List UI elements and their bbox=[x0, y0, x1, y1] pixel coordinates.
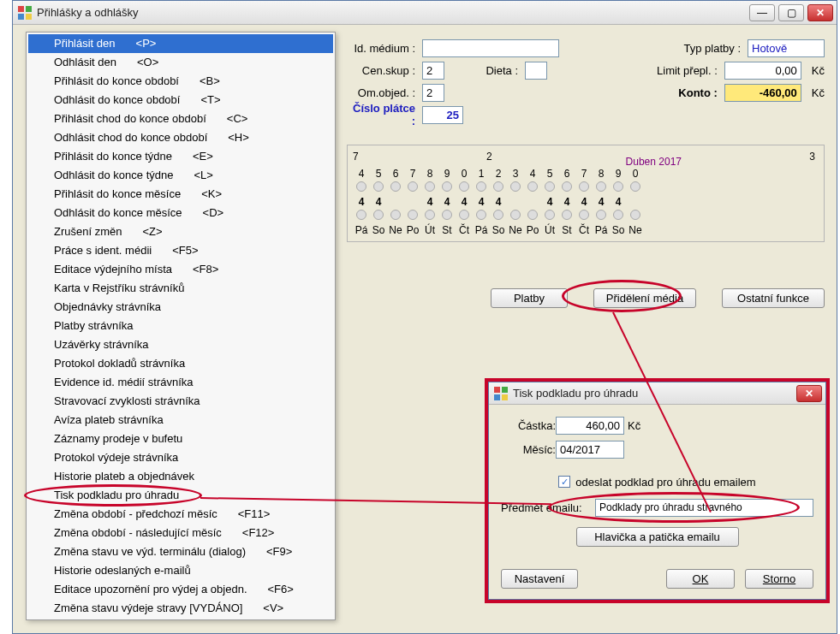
svg-rect-0 bbox=[18, 6, 24, 12]
cal-status-dot bbox=[575, 181, 593, 194]
konto-label: Konto : bbox=[649, 86, 718, 99]
menu-item[interactable]: Protokol dokladů strávníka bbox=[28, 354, 333, 373]
menu-item-shortcut: <V> bbox=[263, 601, 283, 616]
menu-item[interactable]: Historie plateb a objednávek bbox=[28, 467, 333, 486]
menu-item[interactable]: Změna stavu ve výd. terminálu (dialog)<F… bbox=[28, 542, 333, 561]
ostatni-funkce-button[interactable]: Ostatní funkce bbox=[722, 288, 825, 308]
cal-cell: 4 bbox=[353, 168, 370, 180]
cen-skup-input[interactable]: 2 bbox=[422, 62, 444, 80]
menu-item-label: Historie plateb a objednávek bbox=[54, 469, 194, 484]
menu-item[interactable]: Přihlásit chod do konce období<C> bbox=[28, 110, 333, 128]
cal-weekday-row: PáSoNePoÚtStČtPáSoNePoÚtStČtPáSoNe bbox=[353, 224, 819, 236]
close-button[interactable]: ✕ bbox=[807, 4, 833, 21]
menu-item[interactable]: Změna období - následující měsíc<F12> bbox=[28, 524, 333, 542]
cal-status-dot bbox=[370, 210, 387, 222]
button-row: Platby Přidělení média Ostatní funkce bbox=[347, 288, 825, 308]
id-medium-input[interactable] bbox=[422, 39, 559, 57]
mesic-input[interactable]: 04/2017 bbox=[556, 441, 624, 459]
menu-item[interactable]: Karta v Rejstříku strávníků bbox=[28, 279, 333, 298]
cal-cell: 2 bbox=[490, 168, 507, 180]
cal-status-dot bbox=[575, 210, 593, 222]
menu-item[interactable]: Editace upozornění pro výdej a objedn.<F… bbox=[28, 580, 333, 599]
menu-item[interactable]: Přihlásit do konce období<B> bbox=[28, 72, 333, 91]
cal-cell: Čt bbox=[456, 224, 473, 236]
menu-item[interactable]: Tisk podkladu pro úhradu bbox=[28, 486, 333, 505]
dialog-title: Tisk podkladu pro úhradu bbox=[513, 387, 638, 400]
menu-item[interactable]: Práce s ident. médii<F5> bbox=[28, 241, 333, 260]
predmet-label: Předmět emailu: bbox=[501, 501, 595, 514]
castka-input[interactable]: 460,00 bbox=[556, 417, 624, 435]
dieta-input[interactable] bbox=[525, 62, 547, 80]
om-objed-input[interactable]: 2 bbox=[422, 84, 444, 102]
menu-item[interactable]: Přihlásit do konce měsíce<K> bbox=[28, 185, 333, 204]
menu-item[interactable]: Záznamy prodeje v bufetu bbox=[28, 430, 333, 448]
dialog-close-button[interactable]: ✕ bbox=[796, 385, 822, 402]
menu-item[interactable]: Protokol výdeje strávníka bbox=[28, 448, 333, 467]
minimize-button[interactable]: — bbox=[749, 4, 775, 21]
menu-item[interactable]: Uzávěrky strávníka bbox=[28, 335, 333, 354]
menu-item[interactable]: Evidence id. médií strávníka bbox=[28, 373, 333, 392]
cal-cell: 8 bbox=[593, 168, 610, 180]
cal-cell: 4 bbox=[490, 196, 507, 208]
storno-button[interactable]: Storno bbox=[745, 569, 813, 589]
menu-item-shortcut: <H> bbox=[228, 130, 249, 145]
cal-cell: Po bbox=[404, 224, 421, 236]
menu-item-label: Přihlásit do konce měsíce bbox=[54, 187, 181, 202]
predmet-input[interactable]: Podklady pro úhradu stravného bbox=[595, 499, 813, 517]
cal-cell: 4 bbox=[438, 196, 456, 208]
typ-platby-value[interactable]: Hotově bbox=[748, 39, 825, 57]
hlavicka-button[interactable]: Hlavička a patička emailu bbox=[576, 527, 739, 547]
menu-item-label: Protokol dokladů strávníka bbox=[54, 356, 185, 371]
menu-item[interactable]: Změna období - předchozí měsíc<F11> bbox=[28, 505, 333, 524]
prideleni-media-button[interactable]: Přidělení média bbox=[593, 288, 696, 308]
cal-cell: 7 bbox=[575, 168, 593, 180]
menu-item[interactable]: Stravovací zvyklosti strávníka bbox=[28, 392, 333, 411]
menu-item-label: Protokol výdeje strávníka bbox=[54, 450, 178, 465]
menu-item[interactable]: Odhlásit do konce období<T> bbox=[28, 91, 333, 110]
cen-skup-label: Cen.skup : bbox=[347, 64, 415, 77]
ok-button[interactable]: OK bbox=[666, 569, 735, 589]
cal-cell: 9 bbox=[438, 168, 456, 180]
menu-item[interactable]: Odhlásit chod do konce období<H> bbox=[28, 128, 333, 147]
cal-status-dot bbox=[404, 210, 421, 222]
cal-cell: Ne bbox=[387, 224, 404, 236]
menu-item-label: Zrušení změn bbox=[54, 224, 122, 240]
maximize-button[interactable]: ▢ bbox=[778, 4, 804, 21]
send-email-checkbox[interactable]: ✓ bbox=[558, 476, 570, 488]
limit-input[interactable]: 0,00 bbox=[724, 62, 801, 80]
menu-item-label: Změna stavu výdeje stravy [VYDÁNO] bbox=[54, 601, 242, 616]
menu-item[interactable]: Editace výdejního místa<F8> bbox=[28, 260, 333, 279]
menu-item-label: Historie odeslaných e-mailů bbox=[54, 563, 191, 578]
menu-item-shortcut: <C> bbox=[227, 111, 248, 127]
menu-item-shortcut: <F11> bbox=[238, 507, 271, 522]
cal-cell: 3 bbox=[507, 168, 524, 180]
svg-rect-1 bbox=[26, 6, 32, 12]
nastaveni-button[interactable]: Nastavení bbox=[501, 569, 578, 589]
cislo-platce-value[interactable]: 25 bbox=[422, 106, 463, 124]
cal-cell: Pá bbox=[473, 224, 490, 236]
menu-item[interactable]: Odhlásit do konce týdne<L> bbox=[28, 166, 333, 185]
cal-cell: 9 bbox=[610, 168, 627, 180]
menu-item[interactable]: Odhlásit do konce měsíce<D> bbox=[28, 204, 333, 222]
menu-item[interactable]: Přihlásit den<P> bbox=[28, 34, 333, 53]
menu-item[interactable]: Přihlásit do konce týdne<E> bbox=[28, 147, 333, 166]
menu-item[interactable]: Zrušení změn<Z> bbox=[28, 222, 333, 241]
cal-cell: 5 bbox=[370, 168, 387, 180]
menu-item[interactable]: Avíza plateb strávníka bbox=[28, 411, 333, 430]
typ-platby-label: Typ platby : bbox=[672, 42, 741, 55]
cal-cell: 4 bbox=[421, 196, 438, 208]
menu-item[interactable]: Historie odeslaných e-mailů bbox=[28, 561, 333, 580]
platby-button[interactable]: Platby bbox=[491, 288, 568, 308]
cal-status-dot bbox=[627, 210, 644, 222]
cal-cell: So bbox=[370, 224, 387, 236]
menu-item[interactable]: Objednávky strávníka bbox=[28, 298, 333, 317]
cal-cell bbox=[404, 196, 421, 208]
cal-status-dot bbox=[421, 210, 438, 222]
castka-label: Částka: bbox=[501, 419, 556, 432]
cal-cell: So bbox=[610, 224, 627, 236]
cal-cell: Čt bbox=[575, 224, 593, 236]
send-email-label: odeslat podklad pro úhradu emailem bbox=[575, 476, 755, 489]
menu-item[interactable]: Odhlásit den<O> bbox=[28, 53, 333, 72]
menu-item[interactable]: Platby strávníka bbox=[28, 317, 333, 335]
menu-item[interactable]: Změna stavu výdeje stravy [VYDÁNO]<V> bbox=[28, 599, 333, 618]
